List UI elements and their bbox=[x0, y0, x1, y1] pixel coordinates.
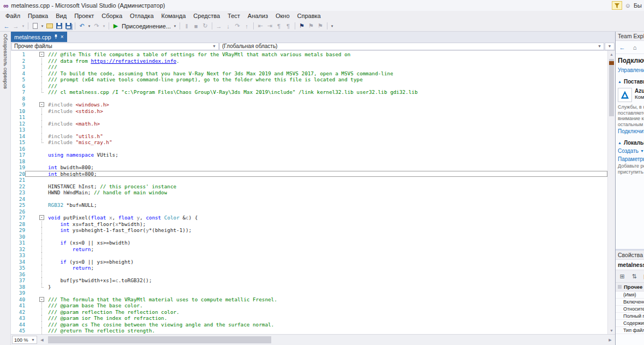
menu-item-7[interactable]: Средства bbox=[189, 11, 224, 20]
menu-item-6[interactable]: Команда bbox=[158, 11, 190, 20]
vertical-scrollbar[interactable]: ▲ ▼ bbox=[607, 51, 615, 334]
open-file-icon[interactable] bbox=[45, 22, 54, 31]
navigation-history-dropdown-icon[interactable]: ▾ bbox=[21, 22, 26, 31]
zoom-control[interactable]: 100 % ▼ bbox=[12, 336, 37, 344]
break-all-icon[interactable]: ‖ bbox=[182, 22, 191, 31]
shift-left-icon[interactable]: ⇤ bbox=[256, 22, 265, 31]
quick-launch-text[interactable]: Бы bbox=[634, 2, 642, 9]
menu-item-0[interactable]: Файл bbox=[2, 11, 24, 20]
group-expander-icon[interactable] bbox=[618, 285, 622, 289]
code-line[interactable]: 15#include "misc_ray.h" bbox=[11, 139, 607, 146]
step-into-icon[interactable]: ↓ bbox=[224, 22, 232, 31]
property-row-3[interactable]: Полный путь bbox=[616, 313, 644, 320]
te-back-icon[interactable]: ← bbox=[618, 43, 627, 52]
code-line[interactable]: 23HWND hWndMain; // handle of main windo… bbox=[11, 189, 607, 196]
menu-item-3[interactable]: Проект bbox=[70, 11, 98, 20]
code-line[interactable]: 38} bbox=[11, 284, 607, 290]
code-area[interactable]: 1-/// @file This file computes a table o… bbox=[11, 51, 607, 334]
undo-dropdown-icon[interactable]: ▾ bbox=[87, 22, 92, 31]
property-row-1[interactable]: Включено bbox=[616, 299, 644, 306]
code-line[interactable]: 25RGB32 *buf=NULL; bbox=[11, 202, 607, 209]
code-line[interactable]: 28 int xs=fast_floor(x*bwidth); bbox=[11, 221, 607, 228]
repo-settings-link[interactable]: Параметры bbox=[616, 155, 644, 163]
code-line[interactable]: 5/// prompt (x64 native tools command-li… bbox=[11, 76, 607, 83]
code-line[interactable]: 16 bbox=[11, 146, 607, 152]
menu-item-2[interactable]: Вид bbox=[52, 11, 70, 20]
close-icon[interactable]: × bbox=[61, 34, 64, 40]
code-line[interactable]: 21 bbox=[11, 177, 607, 183]
code-line[interactable]: 37 buf[ys*bwidth+xs]=c.toRGB32(); bbox=[11, 277, 607, 284]
property-pages-icon[interactable]: ▤ bbox=[642, 272, 644, 281]
manage-connections-link[interactable]: Управление подключениями bbox=[616, 66, 644, 74]
shift-right-icon[interactable]: ⇥ bbox=[265, 22, 274, 31]
code-line[interactable]: 4/// To build the code, assuming that yo… bbox=[11, 70, 607, 77]
navigate-forward-icon[interactable]: → bbox=[11, 22, 20, 31]
code-line[interactable]: 10#include <stdio.h> bbox=[11, 108, 607, 115]
collapse-icon[interactable]: - bbox=[39, 297, 44, 302]
menu-item-9[interactable]: Анализ bbox=[244, 11, 272, 20]
code-line[interactable]: 29 int ys=bheight-1-fast_floor(y*(bheigh… bbox=[11, 227, 607, 234]
menu-item-11[interactable]: Справка bbox=[294, 11, 325, 20]
code-line[interactable]: 8 bbox=[11, 96, 607, 102]
code-line[interactable]: 40-/// The formula that the VRayMtl mate… bbox=[11, 296, 607, 303]
code-line[interactable]: 44/// @param cs The cosine between the v… bbox=[11, 322, 607, 328]
create-repo-link[interactable]: Создать ▼ bbox=[616, 147, 644, 155]
code-line[interactable]: 14#include "utils.h" bbox=[11, 133, 607, 140]
code-line[interactable]: 9-#include <windows.h> bbox=[11, 102, 607, 108]
properties-object-dropdown[interactable]: metalness.cpp bbox=[616, 260, 644, 270]
property-row-5[interactable]: Тип файла bbox=[616, 327, 644, 334]
vertical-scrollbar-thumb[interactable] bbox=[609, 59, 614, 116]
alphabetical-icon[interactable]: ⇅ bbox=[630, 272, 639, 281]
property-row-2[interactable]: Относительный путь bbox=[616, 306, 644, 313]
tab-metalness-cpp[interactable]: metalness.cpp × bbox=[11, 32, 67, 42]
code-line[interactable]: 45/// @return The reflectio strength. bbox=[11, 328, 607, 334]
property-row-0[interactable]: (Имя) bbox=[616, 292, 644, 299]
step-out-icon[interactable]: ↑ bbox=[242, 22, 251, 31]
code-line[interactable]: 35 return; bbox=[11, 265, 607, 271]
redo-dropdown-icon[interactable]: ▾ bbox=[102, 22, 106, 31]
properties-group-row[interactable]: Прочее bbox=[616, 283, 644, 292]
toggle-bookmark-icon[interactable]: ⚑ bbox=[297, 22, 306, 31]
code-line[interactable]: 7/// cl metalness.cpp /I "c:\Program Fil… bbox=[11, 89, 607, 96]
scroll-right-icon[interactable]: ▶ bbox=[606, 338, 614, 342]
menu-item-10[interactable]: Окно bbox=[272, 11, 294, 20]
save-icon[interactable] bbox=[55, 22, 63, 31]
local-repos-section-header[interactable]: ▲ Локальные репозитории Git bbox=[616, 135, 644, 147]
code-line[interactable]: 17using namespace VUtils; bbox=[11, 152, 607, 158]
project-dropdown[interactable]: Прочие файлы ▼ bbox=[11, 43, 219, 50]
save-all-icon[interactable] bbox=[64, 22, 73, 31]
toolbar-options-icon[interactable]: ▾ bbox=[330, 22, 335, 31]
code-line[interactable]: 34 if (ys<0 || ys>=bheight) bbox=[11, 259, 607, 265]
member-dropdown[interactable]: ▼ bbox=[605, 43, 615, 50]
new-file-dropdown-icon[interactable]: ▾ bbox=[40, 22, 45, 31]
menu-item-8[interactable]: Тест bbox=[224, 11, 244, 20]
team-explorer-title[interactable]: Team Explorer bbox=[616, 32, 644, 41]
navigate-backward-icon[interactable]: ← bbox=[2, 22, 11, 31]
code-line[interactable]: 13 bbox=[11, 127, 607, 133]
code-line[interactable]: 27-void putPixel(float x, float y, const… bbox=[11, 215, 607, 221]
restart-icon[interactable]: ↻ bbox=[201, 22, 210, 31]
comment-icon[interactable]: ¶ bbox=[275, 22, 283, 31]
menu-item-1[interactable]: Правка bbox=[24, 11, 52, 20]
show-next-statement-icon[interactable]: → bbox=[214, 22, 223, 31]
code-line[interactable]: 24 bbox=[11, 196, 607, 203]
code-line[interactable]: 3/// bbox=[11, 64, 607, 70]
horizontal-scrollbar-thumb[interactable] bbox=[48, 336, 271, 343]
code-line[interactable]: 39 bbox=[11, 290, 607, 296]
code-line[interactable]: 6/// bbox=[11, 83, 607, 90]
team-explorer-page-title[interactable]: Подключение bbox=[616, 54, 644, 66]
code-line[interactable]: 22HINSTANCE hInst; // this process' inst… bbox=[11, 183, 607, 190]
code-line[interactable]: 1-/// @file This file computes a table o… bbox=[11, 51, 607, 58]
uncomment-icon[interactable]: ¶ bbox=[284, 22, 293, 31]
te-home-icon[interactable]: ⌂ bbox=[630, 43, 639, 52]
scroll-left-icon[interactable]: ◀ bbox=[38, 338, 46, 342]
code-line[interactable]: 19int bwidth=800; bbox=[11, 164, 607, 171]
code-line[interactable]: 12#include <math.h> bbox=[11, 121, 607, 127]
notifications-filter-icon[interactable] bbox=[612, 1, 622, 10]
scroll-up-icon[interactable]: ▲ bbox=[608, 51, 615, 58]
code-line[interactable]: 32 return; bbox=[11, 246, 607, 253]
server-explorer-tab[interactable]: Обозреватель серверов bbox=[3, 34, 8, 345]
code-line[interactable]: 42/// @param reflection The reflection c… bbox=[11, 309, 607, 316]
attach-run-icon[interactable]: ▶ bbox=[111, 22, 120, 31]
stop-debug-icon[interactable]: ■ bbox=[192, 22, 200, 31]
